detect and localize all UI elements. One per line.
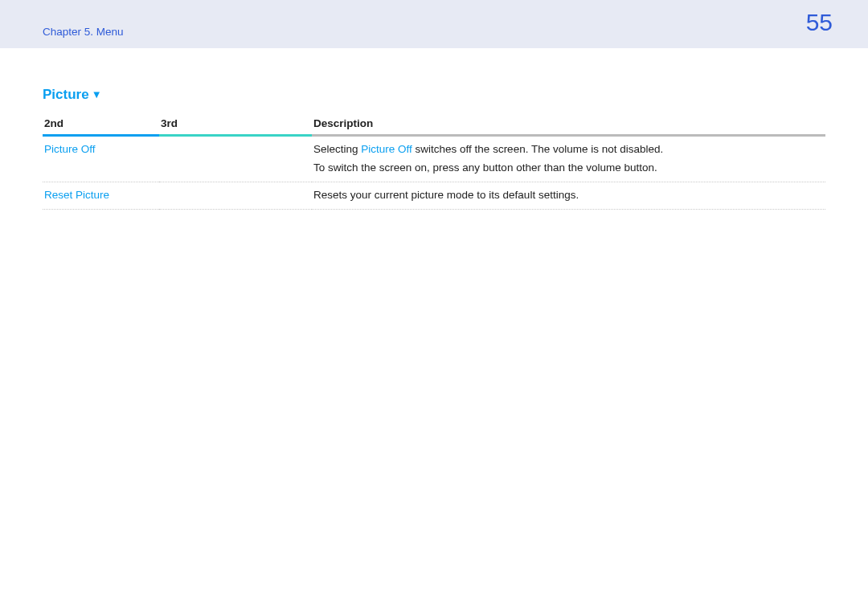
section-title-text: Picture	[43, 87, 89, 102]
cell-description: Selecting Picture Off switches off the s…	[312, 136, 825, 159]
desc-text-accent: Picture Off	[361, 143, 412, 155]
menu-table: 2nd 3rd Description Picture Off Selectin…	[43, 112, 825, 210]
page-number: 55	[806, 9, 833, 36]
desc-text-pre: Selecting	[313, 143, 361, 155]
cell-3rd	[159, 182, 312, 209]
cell-description: Resets your current picture mode to its …	[312, 182, 825, 209]
table-row: Picture Off Selecting Picture Off switch…	[43, 136, 825, 159]
cell-2nd: Reset Picture	[43, 182, 159, 209]
col-header-3rd: 3rd	[159, 112, 312, 136]
cell-3rd	[159, 136, 312, 182]
table-header-row: 2nd 3rd Description	[43, 112, 825, 136]
chapter-label: Chapter 5. Menu	[43, 26, 124, 38]
col-header-2nd: 2nd	[43, 112, 159, 136]
page-header: Chapter 5. Menu 55	[0, 0, 868, 48]
section-title: Picture▼	[43, 87, 825, 103]
content-area: Picture▼ 2nd 3rd Description Picture Off…	[0, 48, 868, 210]
cell-2nd: Picture Off	[43, 136, 159, 182]
table-row: Reset Picture Resets your current pictur…	[43, 182, 825, 209]
desc-text-post: switches off the screen. The volume is n…	[412, 143, 663, 155]
arrow-down-icon: ▼	[92, 88, 102, 100]
cell-description: To switch the screen on, press any butto…	[312, 159, 825, 182]
col-header-description: Description	[312, 112, 825, 136]
